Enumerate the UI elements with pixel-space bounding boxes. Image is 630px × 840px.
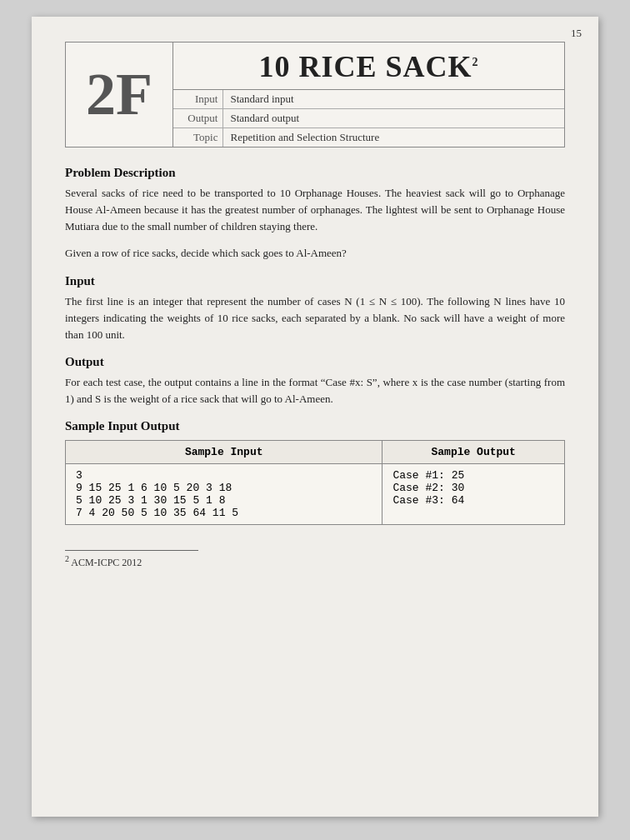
sample-io-section: Sample Input Output Sample Input Sample … (65, 419, 565, 525)
sample-input-line-1: 9 15 25 1 6 10 5 20 3 18 (76, 482, 232, 494)
sample-data-row: 3 9 15 25 1 6 10 5 20 3 18 5 10 25 3 1 3… (66, 464, 565, 525)
info-row-output: Output Standard output (173, 109, 564, 128)
page-number: 15 (571, 27, 582, 40)
sample-input-header: Sample Input (66, 441, 382, 464)
page: 15 2F 10 RICE SACK2 Input Standard input… (32, 17, 598, 817)
sample-io-title: Sample Input Output (65, 419, 565, 433)
sample-input-line-0: 3 (76, 469, 82, 482)
output-section-text: For each test case, the output contains … (65, 374, 565, 408)
output-label: Output (173, 109, 223, 128)
sample-table: Sample Input Sample Output 3 9 15 25 1 6… (65, 440, 565, 525)
sample-output-cell: Case #1: 25 Case #2: 30 Case #3: 64 (382, 464, 565, 525)
sample-input-cell: 3 9 15 25 1 6 10 5 20 3 18 5 10 25 3 1 3… (66, 464, 382, 525)
info-table: Input Standard input Output Standard out… (173, 90, 564, 147)
output-value: Standard output (223, 109, 564, 128)
problem-description-para1: Several sacks of rice need to be transpo… (65, 185, 565, 235)
sample-input-line-2: 5 10 25 3 1 30 15 5 1 8 (76, 494, 225, 507)
problem-title: 10 RICE SACK2 (258, 50, 478, 83)
sample-input-line-3: 7 4 20 50 5 10 35 64 11 5 (76, 507, 238, 519)
problem-description-title: Problem Description (65, 166, 565, 180)
sample-output-line-1: Case #2: 30 (392, 482, 464, 494)
input-section-text: The first line is an integer that repres… (65, 293, 565, 343)
topic-label: Topic (173, 128, 223, 148)
problem-description-para2: Given a row of rice sacks, decide which … (65, 245, 565, 262)
input-section-title: Input (65, 274, 565, 288)
header-right: 10 RICE SACK2 Input Standard input Outpu… (173, 42, 564, 147)
problem-description-section: Problem Description Several sacks of ric… (65, 166, 565, 262)
header-box: 2F 10 RICE SACK2 Input Standard input Ou… (65, 42, 565, 148)
problem-id: 2F (66, 42, 173, 147)
title-row: 10 RICE SACK2 (173, 42, 564, 90)
sample-output-header: Sample Output (382, 441, 565, 464)
input-section: Input The first line is an integer that … (65, 274, 565, 343)
input-label: Input (173, 90, 223, 109)
output-section: Output For each test case, the output co… (65, 355, 565, 408)
footnote-superscript: 2 (65, 554, 69, 563)
output-section-title: Output (65, 355, 565, 369)
footnote: 2 ACM-ICPC 2012 (65, 554, 565, 569)
sample-output-line-0: Case #1: 25 (392, 469, 464, 482)
input-value: Standard input (223, 90, 564, 109)
footnote-text: ACM-ICPC 2012 (71, 557, 142, 568)
sample-output-line-2: Case #3: 64 (392, 494, 464, 507)
footnote-line (65, 550, 198, 551)
topic-value: Repetition and Selection Structure (223, 128, 564, 148)
info-row-topic: Topic Repetition and Selection Structure (173, 128, 564, 148)
info-row-input: Input Standard input (173, 90, 564, 109)
